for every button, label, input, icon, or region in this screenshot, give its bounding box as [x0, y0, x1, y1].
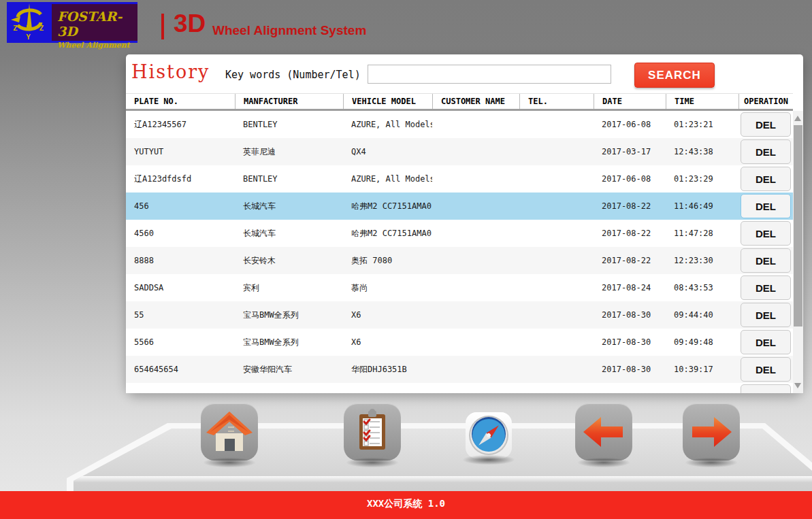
cell-manufacturer: 长城汽车: [235, 220, 343, 247]
delete-button[interactable]: DEL: [741, 384, 791, 393]
table-row[interactable]: 4560 长城汽车 哈弗M2 CC7151AMA01 / 2017-08-22 …: [126, 220, 793, 247]
app-title-text: Wheel Alignment System: [212, 23, 366, 38]
table-header: PLATE NO.MANFACTURERVEHICLE MODELCUSTOME…: [126, 93, 793, 111]
cell-tel: [519, 274, 594, 301]
tile-shadow: [460, 454, 517, 465]
logo-zhzy-text: Z H Z Y: [7, 24, 52, 41]
tile-shadow: [575, 457, 632, 468]
cell-customer: [432, 247, 519, 274]
cell-time: 12:43:38: [666, 138, 738, 165]
table-row[interactable]: 456 长城汽车 哈弗M2 CC7151AMA01 / 2017-08-22 1…: [126, 192, 793, 220]
cell-plate: 辽A12345567: [126, 111, 235, 138]
cell-manufacturer: 安徽华阳汽车: [235, 356, 343, 383]
column-header-customer-name: CUSTOMER NAME: [432, 94, 519, 109]
search-button[interactable]: SEARCH: [634, 63, 715, 88]
table-row[interactable]: 辽A12345567 BENTLEY AZURE, All Models 201…: [126, 111, 793, 138]
logo-brand-text: FOSTAR-3D: [57, 9, 137, 39]
cell-model: 哈弗M2 CC7151AMA01 /: [343, 192, 432, 220]
cell-model: AZURE, All Models: [343, 165, 432, 192]
cell-plate: 4560: [126, 220, 235, 247]
delete-button[interactable]: DEL: [741, 139, 791, 164]
cell-manufacturer: 英菲尼迪: [235, 138, 343, 165]
cell-model: 奥拓 7080: [343, 247, 432, 274]
cell-plate: 55: [126, 301, 235, 329]
cell-plate: 8888: [126, 247, 235, 274]
cell-manufacturer: 宝马BMW全系列: [235, 329, 343, 356]
app-title-3d: 3D: [174, 10, 206, 38]
delete-button[interactable]: DEL: [741, 330, 791, 354]
delete-button[interactable]: DEL: [741, 167, 791, 191]
column-header-tel-: TEL.: [519, 94, 594, 109]
tile-shadow: [201, 457, 258, 468]
cell-customer: [432, 356, 519, 383]
delete-button[interactable]: DEL: [741, 112, 791, 137]
cell-date: 2017-08-22: [594, 192, 666, 220]
cell-date: 2017-08-30: [594, 329, 666, 356]
cell-tel: [519, 111, 594, 138]
cell-time: 01:23:29: [666, 165, 738, 192]
cell-plate: 654645654: [126, 356, 235, 383]
nav-records-button[interactable]: [344, 403, 401, 461]
cell-manufacturer: 宾利: [235, 274, 343, 301]
scrollbar-up-icon[interactable]: [794, 116, 801, 121]
delete-button[interactable]: DEL: [741, 194, 791, 218]
cell-model: X6: [343, 329, 432, 356]
column-header-time: TIME: [666, 94, 738, 109]
column-header-date: DATE: [594, 94, 666, 109]
cell-model: 哈弗M2 CC7151AMA01 /: [343, 220, 432, 247]
table-row[interactable]: DEL: [126, 383, 793, 393]
table-row[interactable]: 辽A123dfdsfd BENTLEY AZURE, All Models 20…: [126, 165, 793, 192]
cell-manufacturer: [235, 383, 343, 393]
cell-time: 11:47:28: [666, 220, 738, 247]
history-panel: History Key words (Number/Tel) SEARCH PL…: [126, 54, 803, 393]
delete-button[interactable]: DEL: [741, 248, 791, 273]
cell-plate: 456: [126, 192, 235, 220]
cell-date: 2017-06-08: [594, 111, 666, 138]
cell-manufacturer: BENTLEY: [235, 165, 343, 192]
delete-button[interactable]: DEL: [741, 357, 791, 382]
scrollbar-thumb[interactable]: [794, 125, 802, 327]
title-divider: [161, 14, 164, 39]
cell-plate: [126, 383, 235, 393]
checklist-clipboard-icon: [344, 403, 401, 461]
table-row[interactable]: 654645654 安徽华阳汽车 华阳DHJ6351B 2017-08-30 1…: [126, 356, 793, 383]
nav-home-button[interactable]: [201, 403, 258, 461]
cell-time: 10:39:17: [666, 356, 738, 383]
delete-button[interactable]: DEL: [741, 303, 791, 327]
cell-manufacturer: 宝马BMW全系列: [235, 301, 343, 329]
cell-time: [666, 383, 738, 393]
cell-tel: [519, 220, 594, 247]
cell-customer: [432, 301, 519, 329]
table-row[interactable]: SADDSA 宾利 慕尚 2017-08-24 08:43:53 DEL: [126, 274, 793, 301]
cell-customer: [432, 138, 519, 165]
cell-time: 11:46:49: [666, 192, 738, 220]
cell-tel: [519, 192, 594, 220]
cell-model: QX4: [343, 138, 432, 165]
nav-back-button[interactable]: [575, 403, 632, 461]
table-row[interactable]: 5566 宝马BMW全系列 X6 2017-08-30 09:49:48 DEL: [126, 329, 793, 356]
cell-time: 12:23:30: [666, 247, 738, 274]
cell-manufacturer: BENTLEY: [235, 111, 343, 138]
scrollbar-track[interactable]: [793, 111, 803, 393]
table-row[interactable]: 55 宝马BMW全系列 X6 2017-08-30 09:44:40 DEL: [126, 301, 793, 329]
nav-forward-button[interactable]: [683, 403, 740, 461]
cell-time: 09:49:48: [666, 329, 738, 356]
scrollbar-down-icon[interactable]: [794, 383, 801, 388]
cell-model: [343, 383, 432, 393]
cell-time: 01:23:21: [666, 111, 738, 138]
cell-customer: [432, 111, 519, 138]
delete-button[interactable]: DEL: [741, 221, 791, 246]
compass-icon: [466, 412, 512, 458]
page-title: History: [131, 61, 210, 82]
keywords-label: Key words (Number/Tel): [225, 69, 361, 81]
table-row[interactable]: YUTYUT 英菲尼迪 QX4 2017-03-17 12:43:38 DEL: [126, 138, 793, 165]
cell-tel: [519, 356, 594, 383]
nav-compass-button[interactable]: [466, 412, 512, 458]
arrow-left-icon: [575, 403, 632, 461]
cell-tel: [519, 301, 594, 329]
keywords-input[interactable]: [368, 65, 611, 84]
table-row[interactable]: 8888 长安铃木 奥拓 7080 2017-08-22 12:23:30 DE…: [126, 247, 793, 274]
delete-button[interactable]: DEL: [741, 275, 791, 300]
cell-date: 2017-08-22: [594, 247, 666, 274]
cell-date: 2017-06-08: [594, 165, 666, 192]
